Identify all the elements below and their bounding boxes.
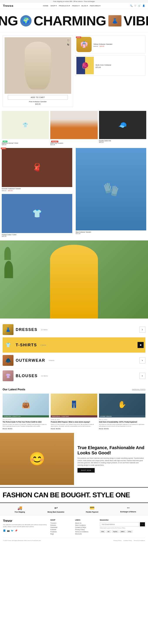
compare-product-icon[interactable]: ⇆ — [67, 43, 69, 46]
payment-icons: VISA MC PayPal AMEX GPay — [100, 530, 145, 533]
product-image-yellow: 👘 — [77, 37, 92, 52]
read-more-1[interactable]: READ MORE — [51, 428, 97, 430]
category-left-dresses: 👗 DRESSES 12 items — [3, 324, 47, 335]
legal-terms-link[interactable]: Terms & Conditions — [134, 540, 145, 541]
product-figure-printed: 👕 — [2, 194, 72, 233]
nav-blog[interactable]: BLOG ▾ — [82, 5, 88, 7]
sale-badge: SALE — [76, 36, 81, 38]
product-left-column: 🧣 SALE Emerald Turtleneck Sweater $49.00… — [0, 147, 74, 239]
newsletter-email-input[interactable] — [100, 522, 139, 526]
category-thumb-tshirts: 👕 — [3, 340, 14, 350]
product-image-blue-knitwear: 🧤 — [76, 148, 146, 230]
product-price-hat: $45.00 — [99, 142, 104, 143]
category-image-tshirts: 👕 — [3, 340, 14, 350]
category-item-blouses[interactable]: 👚 BLOUSES 11 Items › — [3, 368, 145, 384]
read-more-0[interactable]: READ MORE — [3, 428, 49, 430]
payment-icon: 💳 — [90, 506, 95, 510]
product-row-2: 🧣 SALE Emerald Turtleneck Sweater $49.00… — [0, 147, 148, 239]
legal-privacy-link[interactable]: Privacy Policy — [113, 540, 121, 541]
hero-banner: DARING 🌍 CHARMING 👗 VIBRANT — [0, 9, 148, 33]
category-count-tshirts: 8 items — [40, 344, 46, 346]
shop-now-button[interactable]: SHOP NOW — [78, 468, 95, 472]
product-card-boyfriend: 👕 NEW Boyfriend Animal T-Shirt $29.00 — [2, 111, 49, 146]
price-old-emerald: $49.00 — [2, 190, 6, 192]
featured-product-card: ♡ ⇆ ADD TO CART Polo Knitwear Sweater $2… — [3, 35, 73, 107]
facebook-icon[interactable]: 📘 — [3, 530, 6, 532]
footer-link-store[interactable]: Store Locations — [75, 524, 98, 526]
footer-link-discounts[interactable]: Discounts — [75, 533, 98, 535]
right-product-list: SALE 👘 Yellow Knitwear Sweater $65.00 $4… — [75, 35, 145, 107]
footer-logo: Trevor — [3, 519, 48, 522]
footer-link-dresses[interactable]: Dresses — [50, 524, 73, 526]
product-title-blue-knitwear: Blue Knitwear Sweater — [76, 231, 146, 233]
footer-legal-links: Privacy Policy Cookies Policy Terms & Co… — [113, 540, 145, 541]
show-all-posts-link[interactable]: SHOW ALL POSTS — [132, 388, 145, 390]
post-title-2: Gold Seal of Sustainability: GOTS, Final… — [99, 421, 145, 423]
product-title-multicolor: Multi-Color Knitwear — [96, 64, 111, 66]
newsletter-submit-button[interactable]: → — [140, 522, 145, 526]
cart-icon[interactable]: 🛒 — [138, 4, 140, 7]
category-left-tshirts: 👕 T-SHIRTS 8 items — [3, 340, 46, 350]
footer-link-about[interactable]: About Us — [75, 522, 98, 524]
product-card-printed: 👕 Printed Cotton T-Shirt $40.00 — [0, 193, 74, 239]
footer-link-terms[interactable]: Terms & Conditions — [75, 531, 98, 532]
footer-link-outerwear[interactable]: Outerwear — [50, 526, 73, 528]
post-title-1: Products With Purpose: What is clean den… — [51, 421, 97, 423]
footer-links-title: Links — [75, 519, 98, 521]
hero-word-vibrant: VIBRANT — [124, 13, 148, 28]
category-image-dresses: 👗 — [3, 324, 14, 335]
category-arrow-blouses[interactable]: › — [139, 373, 145, 379]
pinterest-icon[interactable]: 📌 — [15, 530, 17, 532]
post-date-2: MAY 17, 2024 — [99, 419, 145, 420]
category-item-dresses[interactable]: 👗 DRESSES 12 items › — [3, 322, 145, 338]
legal-cookies-link[interactable]: Cookies Policy — [123, 540, 132, 541]
category-arrow-tshirts[interactable]: ■ — [137, 342, 144, 348]
category-arrow-outerwear[interactable]: › — [139, 357, 145, 364]
product-card-wideleg: RECENT Wide Leg Trousers $33.00 — [50, 111, 98, 146]
hero-word-charming: CHARMING — [34, 13, 106, 28]
feature-label-payment: Flexible Payment — [86, 511, 98, 513]
nav-products[interactable]: PRODUCTS ▾ — [59, 5, 70, 7]
about-section: 😊 True Elegance, Fashionable And Looks S… — [0, 433, 148, 485]
footer-link-trousers[interactable]: Trousers — [50, 522, 73, 524]
recent-badge-wideleg: RECENT — [51, 140, 58, 142]
post-title-0: The Perfect Guide To Pick Your Perfect O… — [3, 421, 49, 423]
read-more-2[interactable]: READ MORE — [99, 428, 145, 430]
nav-features[interactable]: FEATURES ▾ — [90, 5, 100, 7]
footer-link-bags[interactable]: Bags — [50, 533, 73, 535]
footer-link-privacy[interactable]: Privacy Policy — [75, 529, 98, 530]
banner-dress-figure — [50, 245, 98, 318]
amex-icon: AMEX — [119, 530, 126, 533]
footer-link-footwear[interactable]: Footwear — [50, 531, 73, 532]
instagram-icon[interactable]: 📷 — [7, 530, 10, 532]
product-card-blue-knitwear: 🧤 Blue Knitwear Sweater $72.00 — [74, 147, 148, 239]
feature-label-shipping: Free Shipping — [15, 511, 25, 513]
category-item-outerwear[interactable]: 🧥 OUTERWEAR 9 items › — [3, 353, 145, 368]
product-image-printed: 👕 — [2, 194, 72, 233]
product-image-multicolor: 🧶 — [77, 57, 94, 74]
wishlist-product-icon[interactable]: ♡ — [67, 39, 69, 42]
footer-copyright: © 2024 Trevor. All Rights Reserved. With… — [3, 540, 41, 541]
user-icon[interactable]: 👤 — [142, 4, 145, 7]
feature-flexible-payment: 💳 Flexible Payment — [75, 506, 109, 513]
logo[interactable]: Trevox — [3, 4, 14, 8]
top-bar: Free shipping on orders $99 · $Free retu… — [0, 0, 148, 3]
twitter-icon[interactable]: 🐦 — [11, 530, 14, 532]
product-figure-wideleg — [50, 111, 98, 139]
category-arrow-dresses[interactable]: › — [139, 326, 145, 333]
search-icon[interactable]: 🔍 — [130, 4, 132, 7]
category-item-tshirts[interactable]: 👕 T-SHIRTS 8 items ■ — [3, 338, 145, 353]
post-excerpt-2: You know by now that using sustainable m… — [99, 424, 145, 427]
nav-home[interactable]: HOME — [43, 5, 48, 7]
new-badge-boyfriend: NEW — [3, 140, 8, 142]
nav-pages[interactable]: PAGES ▾ — [72, 5, 79, 7]
wishlist-icon[interactable]: ♡ — [134, 4, 136, 7]
post-card-2: ✋ LIVING SPACE MAY 17, 2024 Gold Seal of… — [99, 394, 145, 430]
footer: Trevor Our collections are fashionable a… — [0, 515, 148, 544]
add-to-cart-button[interactable]: ADD TO CART — [8, 95, 68, 100]
footer-link-contact[interactable]: Contact & FAQs — [75, 526, 98, 528]
shipping-icon: 🚚 — [17, 506, 22, 510]
hero-globe-icon: 🌍 — [20, 15, 32, 26]
nav-shop[interactable]: SHOP ▾ — [50, 5, 57, 7]
footer-link-knitwear[interactable]: Knitwear — [50, 529, 73, 530]
